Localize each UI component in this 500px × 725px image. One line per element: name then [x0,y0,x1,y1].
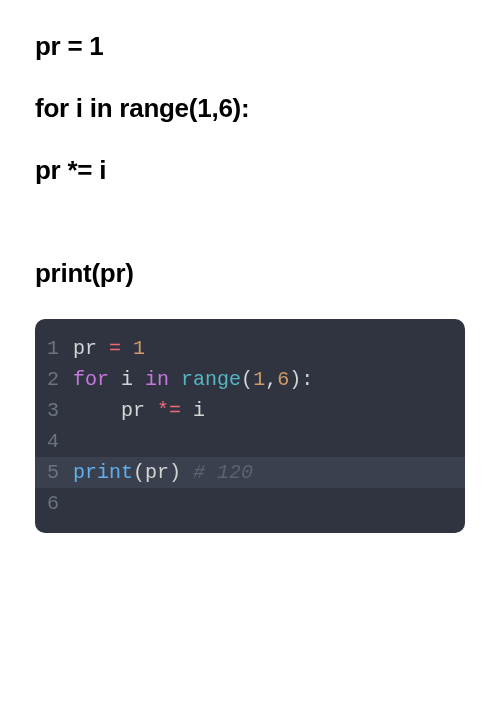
code-line-2[interactable]: 2for i in range(1,6): [35,364,465,395]
token-op: *= [157,399,181,422]
code-line-1[interactable]: 1pr = 1 [35,333,465,364]
line-number: 5 [35,457,73,488]
token-var: pr [73,399,157,422]
token-num: 1 [133,337,145,360]
source-line-3: pr *= i [35,154,465,188]
code-content[interactable]: pr *= i [73,395,465,426]
token-var [181,399,193,422]
source-line-4: print(pr) [35,257,465,291]
token-id: i [193,399,205,422]
token-num: 6 [277,368,289,391]
token-paren: ( [241,368,253,391]
code-content[interactable]: print(pr) # 120 [73,457,465,488]
token-var [169,368,181,391]
token-op: = [109,337,121,360]
token-paren: ) [169,461,181,484]
code-line-6[interactable]: 6 [35,488,465,519]
token-call: print [73,461,133,484]
line-number: 1 [35,333,73,364]
line-number: 4 [35,426,73,457]
token-fn: range [181,368,241,391]
token-num: 1 [253,368,265,391]
line-number: 3 [35,395,73,426]
token-paren: ) [289,368,301,391]
token-comma: , [265,368,277,391]
token-var [109,368,121,391]
token-var [181,461,193,484]
code-editor[interactable]: 1pr = 12for i in range(1,6):3 pr *= i45p… [35,319,465,533]
line-number: 6 [35,488,73,519]
token-var: pr [145,461,169,484]
source-line-2: for i in range(1,6): [35,92,465,126]
token-var: pr [73,337,109,360]
code-content[interactable]: pr = 1 [73,333,465,364]
token-comment: # 120 [193,461,253,484]
token-var [121,337,133,360]
token-kw: in [145,368,169,391]
source-line-1: pr = 1 [35,30,465,64]
token-var: : [301,368,313,391]
code-line-4[interactable]: 4 [35,426,465,457]
code-line-3[interactable]: 3 pr *= i [35,395,465,426]
code-line-5[interactable]: 5print(pr) # 120 [35,457,465,488]
token-id: i [121,368,133,391]
code-content[interactable]: for i in range(1,6): [73,364,465,395]
token-kw: for [73,368,109,391]
token-paren: ( [133,461,145,484]
token-var [133,368,145,391]
line-number: 2 [35,364,73,395]
